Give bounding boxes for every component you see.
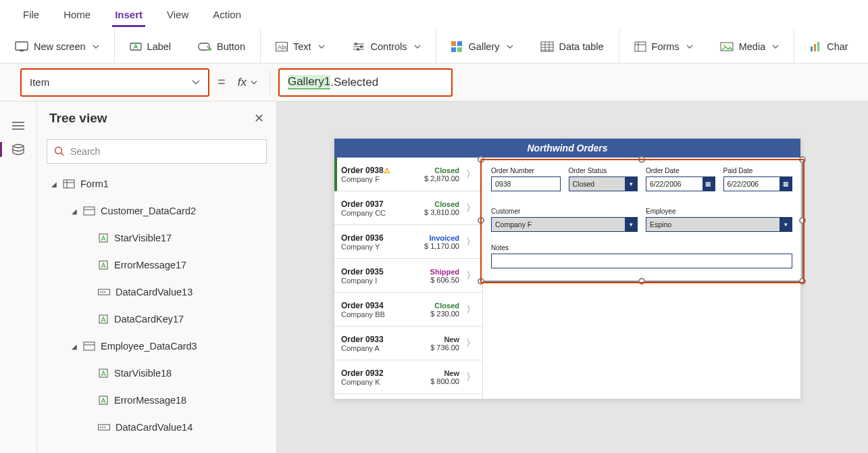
- label-button[interactable]: Label: [124, 37, 176, 56]
- tree-item[interactable]: DataCardKey17: [37, 306, 274, 333]
- form-area[interactable]: Order Number 0938 Order Status Closed▾ O…: [483, 158, 800, 399]
- tree-item[interactable]: ◢Customer_DataCard2: [37, 197, 274, 224]
- button-icon: [198, 41, 211, 52]
- order-status: Closed: [417, 200, 459, 208]
- order-date-field[interactable]: Order Date 6/22/2006▦: [646, 167, 715, 191]
- chart-icon: [809, 41, 821, 52]
- media-button[interactable]: Media: [715, 37, 785, 56]
- tree-item[interactable]: DataCardValue13: [37, 279, 274, 306]
- tree-item[interactable]: ◢Form1: [37, 170, 274, 197]
- tree-item[interactable]: ErrorMessage18: [37, 387, 274, 414]
- customer-field[interactable]: Customer Company F▾: [491, 208, 638, 232]
- svg-rect-12: [457, 47, 462, 52]
- caret-icon: ◢: [71, 208, 78, 215]
- data-table-button[interactable]: Data table: [535, 37, 609, 56]
- notes-input[interactable]: [491, 254, 792, 268]
- menu-view[interactable]: View: [164, 2, 191, 27]
- order-id: Order 0935: [341, 267, 413, 277]
- tree-item-label: StarVisible17: [114, 233, 172, 243]
- data-sources-tab[interactable]: [11, 143, 26, 156]
- company-name: Company K: [341, 378, 413, 386]
- gallery-item[interactable]: Order 0932Company KNew$ 800.00〉: [334, 360, 482, 394]
- property-dropdown[interactable]: Item: [20, 68, 209, 97]
- tree-list[interactable]: ◢Form1◢Customer_DataCard2StarVisible17Er…: [37, 170, 276, 453]
- controls-button[interactable]: Controls: [347, 37, 426, 56]
- gallery-button[interactable]: Gallery: [446, 37, 519, 56]
- gallery-item[interactable]: Order 0935Company IShipped$ 606.50〉: [334, 259, 482, 293]
- tree-node-icon: [83, 341, 95, 351]
- screen-icon: [15, 41, 28, 52]
- controls-icon: [352, 42, 365, 51]
- formula-suffix: .Selected: [330, 76, 378, 89]
- app-preview: Northwind Orders Order 0938⚠Company FClo…: [334, 139, 800, 399]
- tree-item[interactable]: ErrorMessage17: [37, 252, 274, 279]
- new-screen-button[interactable]: New screen: [9, 37, 105, 56]
- svg-point-35: [102, 427, 103, 428]
- new-screen-label: New screen: [34, 41, 86, 52]
- gallery-item[interactable]: Order 0938⚠Company FClosed$ 2,870.00〉: [334, 158, 482, 191]
- canvas[interactable]: Northwind Orders Order 0938⚠Company FClo…: [277, 101, 868, 453]
- search-input[interactable]: Search: [47, 139, 267, 164]
- svg-rect-10: [457, 41, 462, 46]
- tree-item[interactable]: StarVisible18: [37, 360, 274, 387]
- chevron-down-icon: [192, 80, 200, 85]
- svg-rect-1: [20, 50, 24, 51]
- gallery-item[interactable]: Order 0937Company CCClosed$ 3,810.00〉: [334, 191, 482, 225]
- forms-icon: [634, 41, 646, 52]
- menu-insert[interactable]: Insert: [112, 2, 145, 27]
- tree-node-icon: [98, 368, 109, 379]
- chevron-down-icon: ▾: [625, 218, 637, 231]
- menu-file[interactable]: File: [20, 2, 42, 27]
- chart-button[interactable]: Char: [804, 37, 853, 56]
- equals-sign: =: [218, 74, 226, 90]
- warning-icon: ⚠: [384, 166, 390, 174]
- tree-item[interactable]: ◢Employee_DataCard3: [37, 333, 274, 360]
- forms-button[interactable]: Forms: [629, 37, 698, 56]
- gallery-item[interactable]: Order 0933Company ANew$ 736.00〉: [334, 327, 482, 360]
- chevron-down-icon: [414, 45, 421, 49]
- gallery-item[interactable]: Order 0934Company BBClosed$ 230.00〉: [334, 293, 482, 327]
- order-number-field[interactable]: Order Number 0938: [491, 167, 561, 191]
- tree-item-label: Customer_DataCard2: [101, 206, 196, 216]
- chevron-right-icon: 〉: [463, 337, 476, 350]
- menubar: File Home Insert View Action: [0, 0, 868, 30]
- button-btn-label: Button: [217, 41, 245, 52]
- svg-rect-21: [63, 180, 74, 188]
- gallery-btn-label: Gallery: [469, 41, 500, 52]
- order-status-field[interactable]: Order Status Closed▾: [569, 167, 638, 191]
- chevron-right-icon: 〉: [463, 236, 476, 248]
- employee-label: Employee: [646, 208, 792, 215]
- notes-field[interactable]: Notes: [491, 244, 792, 268]
- tree-item-label: ErrorMessage17: [114, 260, 186, 270]
- menu-action[interactable]: Action: [210, 2, 244, 27]
- order-id: Order 0934: [341, 301, 413, 310]
- label-icon: [130, 41, 142, 52]
- media-btn-label: Media: [739, 41, 766, 52]
- order-status: Closed: [417, 302, 459, 310]
- button-button[interactable]: Button: [193, 37, 251, 56]
- paid-date-field[interactable]: Paid Date 6/22/2006▦: [723, 167, 793, 191]
- fx-button[interactable]: fx: [234, 73, 261, 92]
- gallery[interactable]: Order 0938⚠Company FClosed$ 2,870.00〉Ord…: [334, 158, 483, 399]
- company-name: Company BB: [341, 310, 413, 318]
- order-status: Closed: [417, 166, 459, 174]
- left-rail: [0, 101, 37, 453]
- svg-rect-19: [817, 42, 819, 51]
- tree-view-tab[interactable]: [11, 120, 26, 131]
- company-name: Company A: [341, 344, 413, 352]
- text-button[interactable]: Abc Text: [270, 37, 330, 56]
- tree-item[interactable]: DataCardValue14: [37, 414, 274, 441]
- paid-date-label: Paid Date: [723, 167, 793, 174]
- tree-item[interactable]: StarVisible17: [37, 224, 274, 252]
- menu-home[interactable]: Home: [61, 2, 93, 27]
- close-icon[interactable]: ✕: [254, 111, 264, 126]
- formula-input[interactable]: Gallery1.Selected: [278, 68, 453, 97]
- controls-btn-label: Controls: [371, 41, 407, 52]
- employee-field[interactable]: Employee Espino▾: [646, 208, 792, 232]
- gallery-item[interactable]: Order 0936Company YInvoiced$ 1,170.00〉: [334, 225, 482, 259]
- tree-node-icon: [98, 423, 110, 431]
- order-id: Order 0938⚠: [341, 166, 413, 175]
- order-total: $ 736.00: [417, 343, 459, 352]
- chart-btn-label: Char: [827, 41, 848, 52]
- caret-icon: ◢: [51, 181, 57, 188]
